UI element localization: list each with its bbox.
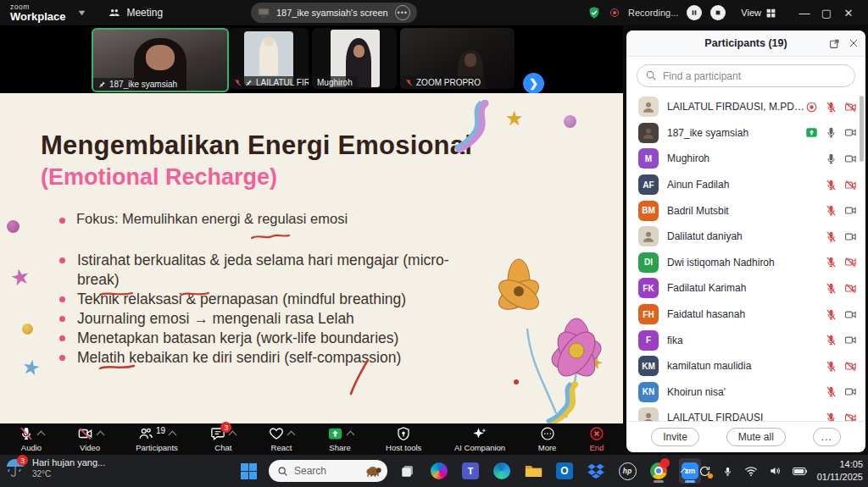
share-options-caret[interactable]: [346, 430, 354, 439]
audio-button[interactable]: Audio: [19, 426, 44, 452]
video-tile-zoompropro[interactable]: ZOOM PROPRO: [400, 28, 515, 89]
participant-row[interactable]: LAILATUL FIRDAUSI: [626, 405, 865, 421]
participant-row[interactable]: Dalilatut daniyah: [626, 224, 865, 250]
muted-mic-icon: [825, 256, 837, 268]
participant-initials-avatar: BM: [638, 201, 659, 221]
scrollbar-thumb[interactable]: [860, 96, 864, 162]
participant-row[interactable]: 187_ike syamsiah: [626, 120, 865, 147]
participant-row[interactable]: AFAinun Fadilah: [626, 172, 865, 198]
share-button[interactable]: Share: [327, 426, 353, 452]
security-shield-icon[interactable]: [587, 6, 601, 19]
pause-recording-button[interactable]: [687, 5, 702, 20]
close-panel-icon[interactable]: [849, 38, 859, 48]
star-decoration: ★: [505, 108, 524, 129]
tab-meeting[interactable]: Meeting: [108, 7, 163, 19]
chat-button[interactable]: 3 Chat: [210, 426, 236, 452]
hp-app-button[interactable]: hp: [616, 458, 638, 484]
video-options-caret[interactable]: [96, 430, 104, 439]
ai-companion-button[interactable]: AI Companion: [454, 426, 505, 452]
participant-row[interactable]: FKFadilatul Karimah: [626, 275, 865, 302]
participant-row[interactable]: MMughiroh: [626, 146, 865, 172]
participant-name: Faidatul hasanah: [667, 308, 825, 320]
participant-initials-avatar: F: [638, 330, 659, 351]
popout-icon[interactable]: [829, 38, 840, 49]
participants-options-caret[interactable]: [169, 430, 177, 439]
react-button[interactable]: React: [269, 426, 294, 452]
muted-mic-icon: [19, 426, 34, 441]
start-button[interactable]: [237, 458, 259, 484]
sync-tray-button[interactable]: [698, 465, 711, 478]
pill-more-icon[interactable]: •••: [395, 5, 410, 20]
tray-chevron-up-icon[interactable]: [681, 468, 689, 476]
edge-app-button[interactable]: [491, 458, 513, 484]
camera-on-icon: [844, 126, 857, 139]
end-button[interactable]: End: [589, 426, 604, 452]
chat-options-caret[interactable]: [229, 430, 237, 439]
muted-mic-icon: [825, 282, 837, 295]
participant-name: Fadilatul Karimah: [667, 282, 825, 294]
video-button[interactable]: Video: [77, 426, 103, 452]
host-tools-button[interactable]: Host tools: [386, 426, 421, 452]
panel-more-button[interactable]: ...: [813, 428, 841, 446]
participant-row[interactable]: KMkamilatun maulidia: [626, 353, 865, 379]
zoom-workplace-logo: zoom Workplace: [0, 3, 66, 23]
participant-row[interactable]: LAILATUL FIRDAUSI, M.PD (Host, me): [626, 94, 865, 120]
weather-widget[interactable]: 3 Hari hujan yang... 32°C: [5, 457, 105, 479]
microphone-tray-icon[interactable]: [722, 465, 733, 478]
react-options-caret[interactable]: [287, 430, 296, 439]
find-participant-input[interactable]: [637, 64, 855, 87]
mute-all-button[interactable]: Mute all: [726, 428, 786, 446]
participant-name: fika: [667, 335, 825, 346]
dropbox-app-button[interactable]: [585, 458, 607, 484]
maximize-button[interactable]: ▢: [815, 0, 837, 25]
participant-name: Badril Mutsbit: [667, 205, 825, 217]
outlook-app-button[interactable]: O: [554, 458, 576, 484]
outlook-icon: O: [556, 462, 573, 479]
recording-indicator-icon: [805, 101, 818, 113]
speaker-icon[interactable]: [769, 465, 782, 477]
participant-name: LAILATUL FIRDAUSI, M.PD (Host, me): [667, 101, 805, 113]
search-icon: [645, 69, 657, 81]
minimize-button[interactable]: —: [793, 0, 815, 25]
slide-bullet-list: Istirahat berkualitas & jeda selama hari…: [59, 251, 465, 368]
file-explorer-button[interactable]: [522, 458, 544, 484]
chrome-notification-badge: [660, 458, 670, 468]
camera-off-icon: [844, 179, 857, 191]
participant-row[interactable]: Ffika: [626, 327, 865, 353]
copilot-button[interactable]: [428, 458, 450, 484]
participant-row[interactable]: KNKhoirun nisa': [626, 379, 865, 406]
task-view-button[interactable]: [397, 458, 419, 484]
taskbar-clock[interactable]: 14:05 01/11/2025: [817, 458, 863, 484]
participant-row[interactable]: FHFaidatul hasanah: [626, 302, 865, 328]
participant-name: Dalilatut daniyah: [667, 230, 825, 242]
audio-options-caret[interactable]: [37, 430, 46, 439]
shared-screen-pill[interactable]: 187_ike syamsiah's screen •••: [251, 3, 417, 23]
chrome-app-button[interactable]: [648, 458, 670, 484]
invite-button[interactable]: Invite: [651, 428, 699, 446]
next-page-arrow-button[interactable]: ❯: [523, 73, 544, 94]
participants-button[interactable]: 19 Participants: [136, 426, 178, 452]
video-tile-lailatul[interactable]: LAILATUL FIRDAUS...: [229, 28, 309, 89]
participant-photo-avatar: [638, 226, 659, 246]
wifi-icon[interactable]: [744, 466, 758, 477]
participant-row[interactable]: BMBadril Mutsbit: [626, 197, 865, 224]
stop-recording-button[interactable]: [710, 5, 726, 20]
slide-bullet: Melatih kebaikan ke diri sendiri (self-c…: [59, 348, 465, 368]
view-button[interactable]: View: [741, 8, 776, 19]
battery-icon[interactable]: [793, 467, 807, 476]
muted-mic-icon: [825, 179, 837, 191]
taskbar-search[interactable]: Search: [269, 460, 387, 482]
video-tile-mughiroh[interactable]: Mughiroh: [312, 28, 397, 89]
muted-mic-icon: [825, 101, 837, 113]
participant-initials-avatar: FK: [638, 278, 659, 298]
more-button[interactable]: More: [538, 426, 557, 452]
muted-mic-icon: [825, 385, 837, 398]
teams-app-button[interactable]: T: [459, 458, 481, 484]
participant-photo-avatar: [638, 97, 659, 117]
camera-on-icon: [844, 152, 857, 165]
video-tile-ike[interactable]: 187_ike syamsiah: [92, 28, 229, 92]
participant-row[interactable]: DIDwi istiqomah Nadhiroh: [626, 250, 865, 276]
chevron-down-icon[interactable]: ▼: [76, 8, 86, 17]
close-button[interactable]: ✕: [837, 0, 860, 25]
weather-headline: Hari hujan yang...: [32, 457, 105, 469]
